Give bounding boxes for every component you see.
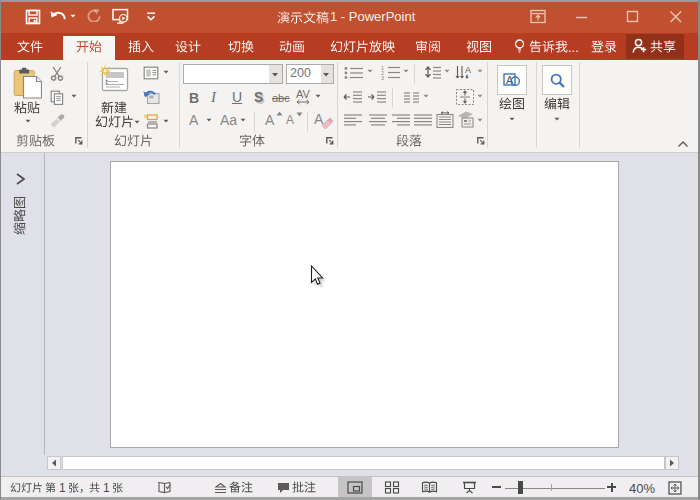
svg-text:A: A <box>465 65 471 75</box>
svg-text:3: 3 <box>381 75 384 80</box>
svg-text:A: A <box>506 74 514 86</box>
